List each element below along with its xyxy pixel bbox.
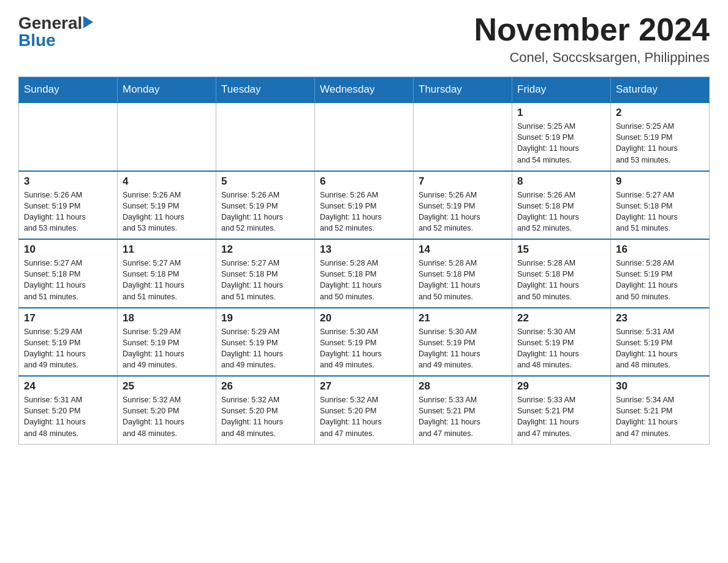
day-info-text: Sunrise: 5:28 AM Sunset: 5:19 PM Dayligh… xyxy=(616,259,678,301)
column-header-saturday: Saturday xyxy=(611,77,710,103)
calendar-week-row: 10Sunrise: 5:27 AM Sunset: 5:18 PM Dayli… xyxy=(19,239,710,308)
calendar-cell: 18Sunrise: 5:29 AM Sunset: 5:19 PM Dayli… xyxy=(118,308,216,377)
day-number: 20 xyxy=(320,312,408,324)
calendar-cell: 21Sunrise: 5:30 AM Sunset: 5:19 PM Dayli… xyxy=(414,308,512,377)
month-year-title: November 2024 xyxy=(474,12,710,47)
day-info-text: Sunrise: 5:33 AM Sunset: 5:21 PM Dayligh… xyxy=(517,396,579,437)
calendar-cell: 29Sunrise: 5:33 AM Sunset: 5:21 PM Dayli… xyxy=(512,376,611,444)
day-info-text: Sunrise: 5:26 AM Sunset: 5:19 PM Dayligh… xyxy=(221,191,283,232)
day-number: 26 xyxy=(221,380,309,393)
calendar-cell: 4Sunrise: 5:26 AM Sunset: 5:19 PM Daylig… xyxy=(118,171,216,240)
calendar-cell: 22Sunrise: 5:30 AM Sunset: 5:19 PM Dayli… xyxy=(512,308,611,377)
day-number: 30 xyxy=(616,380,704,393)
day-info-text: Sunrise: 5:31 AM Sunset: 5:19 PM Dayligh… xyxy=(616,327,678,369)
day-number: 4 xyxy=(123,175,211,188)
calendar-cell: 17Sunrise: 5:29 AM Sunset: 5:19 PM Dayli… xyxy=(19,308,118,377)
day-info-text: Sunrise: 5:28 AM Sunset: 5:18 PM Dayligh… xyxy=(419,259,480,301)
calendar-cell xyxy=(118,102,216,171)
day-number: 12 xyxy=(221,243,309,256)
day-info-text: Sunrise: 5:27 AM Sunset: 5:18 PM Dayligh… xyxy=(221,259,283,301)
day-number: 1 xyxy=(517,107,605,119)
day-info-text: Sunrise: 5:27 AM Sunset: 5:18 PM Dayligh… xyxy=(123,259,184,301)
day-number: 13 xyxy=(320,243,408,256)
calendar-cell: 8Sunrise: 5:26 AM Sunset: 5:18 PM Daylig… xyxy=(512,171,611,240)
calendar-cell: 3Sunrise: 5:26 AM Sunset: 5:19 PM Daylig… xyxy=(19,171,118,240)
column-header-monday: Monday xyxy=(118,77,216,103)
day-number: 8 xyxy=(517,175,605,188)
calendar-cell: 12Sunrise: 5:27 AM Sunset: 5:18 PM Dayli… xyxy=(216,239,315,308)
calendar-header-row: SundayMondayTuesdayWednesdayThursdayFrid… xyxy=(19,77,710,103)
page-header: General Blue November 2024 Conel, Soccsk… xyxy=(18,12,710,66)
column-header-friday: Friday xyxy=(512,77,611,103)
day-info-text: Sunrise: 5:29 AM Sunset: 5:19 PM Dayligh… xyxy=(221,327,283,369)
day-info-text: Sunrise: 5:26 AM Sunset: 5:19 PM Dayligh… xyxy=(320,191,382,232)
calendar-cell: 10Sunrise: 5:27 AM Sunset: 5:18 PM Dayli… xyxy=(19,239,118,308)
calendar-table: SundayMondayTuesdayWednesdayThursdayFrid… xyxy=(18,77,710,445)
day-info-text: Sunrise: 5:26 AM Sunset: 5:18 PM Dayligh… xyxy=(517,191,579,232)
day-number: 6 xyxy=(320,175,408,188)
logo-blue-text: Blue xyxy=(18,32,56,49)
day-info-text: Sunrise: 5:26 AM Sunset: 5:19 PM Dayligh… xyxy=(419,191,480,232)
title-block: November 2024 Conel, Soccsksargen, Phili… xyxy=(474,12,710,66)
calendar-cell: 26Sunrise: 5:32 AM Sunset: 5:20 PM Dayli… xyxy=(216,376,315,444)
day-number: 3 xyxy=(24,175,112,188)
column-header-tuesday: Tuesday xyxy=(216,77,315,103)
calendar-cell: 16Sunrise: 5:28 AM Sunset: 5:19 PM Dayli… xyxy=(611,239,710,308)
day-number: 27 xyxy=(320,380,408,393)
calendar-cell: 6Sunrise: 5:26 AM Sunset: 5:19 PM Daylig… xyxy=(315,171,414,240)
day-info-text: Sunrise: 5:28 AM Sunset: 5:18 PM Dayligh… xyxy=(320,259,382,301)
calendar-cell: 27Sunrise: 5:32 AM Sunset: 5:20 PM Dayli… xyxy=(315,376,414,444)
day-number: 2 xyxy=(616,107,704,119)
logo-arrow-icon xyxy=(83,16,93,28)
day-number: 28 xyxy=(419,380,507,393)
day-number: 9 xyxy=(616,175,704,188)
day-number: 24 xyxy=(24,380,112,393)
calendar-cell: 24Sunrise: 5:31 AM Sunset: 5:20 PM Dayli… xyxy=(19,376,118,444)
calendar-cell: 14Sunrise: 5:28 AM Sunset: 5:18 PM Dayli… xyxy=(414,239,512,308)
day-info-text: Sunrise: 5:32 AM Sunset: 5:20 PM Dayligh… xyxy=(123,396,184,437)
day-number: 11 xyxy=(123,243,211,256)
day-info-text: Sunrise: 5:29 AM Sunset: 5:19 PM Dayligh… xyxy=(24,327,86,369)
calendar-cell: 5Sunrise: 5:26 AM Sunset: 5:19 PM Daylig… xyxy=(216,171,315,240)
day-number: 19 xyxy=(221,312,309,324)
day-number: 17 xyxy=(24,312,112,324)
calendar-cell xyxy=(414,102,512,171)
calendar-cell xyxy=(19,102,118,171)
day-info-text: Sunrise: 5:33 AM Sunset: 5:21 PM Dayligh… xyxy=(419,396,480,437)
day-info-text: Sunrise: 5:27 AM Sunset: 5:18 PM Dayligh… xyxy=(24,259,86,301)
calendar-cell xyxy=(315,102,414,171)
calendar-cell: 23Sunrise: 5:31 AM Sunset: 5:19 PM Dayli… xyxy=(611,308,710,377)
calendar-cell: 15Sunrise: 5:28 AM Sunset: 5:18 PM Dayli… xyxy=(512,239,611,308)
day-info-text: Sunrise: 5:26 AM Sunset: 5:19 PM Dayligh… xyxy=(123,191,184,232)
calendar-cell: 19Sunrise: 5:29 AM Sunset: 5:19 PM Dayli… xyxy=(216,308,315,377)
calendar-cell: 1Sunrise: 5:25 AM Sunset: 5:19 PM Daylig… xyxy=(512,102,611,171)
day-info-text: Sunrise: 5:26 AM Sunset: 5:19 PM Dayligh… xyxy=(24,191,86,232)
column-header-thursday: Thursday xyxy=(414,77,512,103)
day-number: 16 xyxy=(616,243,704,256)
calendar-cell: 20Sunrise: 5:30 AM Sunset: 5:19 PM Dayli… xyxy=(315,308,414,377)
logo: General Blue xyxy=(18,15,93,49)
day-info-text: Sunrise: 5:29 AM Sunset: 5:19 PM Dayligh… xyxy=(123,327,184,369)
day-number: 7 xyxy=(419,175,507,188)
day-info-text: Sunrise: 5:32 AM Sunset: 5:20 PM Dayligh… xyxy=(320,396,382,437)
day-number: 5 xyxy=(221,175,309,188)
calendar-cell: 13Sunrise: 5:28 AM Sunset: 5:18 PM Dayli… xyxy=(315,239,414,308)
calendar-cell: 30Sunrise: 5:34 AM Sunset: 5:21 PM Dayli… xyxy=(611,376,710,444)
day-number: 25 xyxy=(123,380,211,393)
logo-general-text: General xyxy=(18,15,82,32)
day-info-text: Sunrise: 5:27 AM Sunset: 5:18 PM Dayligh… xyxy=(616,191,678,232)
column-header-sunday: Sunday xyxy=(19,77,118,103)
day-number: 14 xyxy=(419,243,507,256)
calendar-cell: 28Sunrise: 5:33 AM Sunset: 5:21 PM Dayli… xyxy=(414,376,512,444)
column-header-wednesday: Wednesday xyxy=(315,77,414,103)
day-number: 29 xyxy=(517,380,605,393)
day-info-text: Sunrise: 5:30 AM Sunset: 5:19 PM Dayligh… xyxy=(419,327,480,369)
day-info-text: Sunrise: 5:30 AM Sunset: 5:19 PM Dayligh… xyxy=(320,327,382,369)
day-info-text: Sunrise: 5:30 AM Sunset: 5:19 PM Dayligh… xyxy=(517,327,579,369)
day-info-text: Sunrise: 5:31 AM Sunset: 5:20 PM Dayligh… xyxy=(24,396,86,437)
calendar-week-row: 17Sunrise: 5:29 AM Sunset: 5:19 PM Dayli… xyxy=(19,308,710,377)
calendar-cell xyxy=(216,102,315,171)
calendar-cell: 9Sunrise: 5:27 AM Sunset: 5:18 PM Daylig… xyxy=(611,171,710,240)
day-info-text: Sunrise: 5:28 AM Sunset: 5:18 PM Dayligh… xyxy=(517,259,579,301)
day-number: 15 xyxy=(517,243,605,256)
